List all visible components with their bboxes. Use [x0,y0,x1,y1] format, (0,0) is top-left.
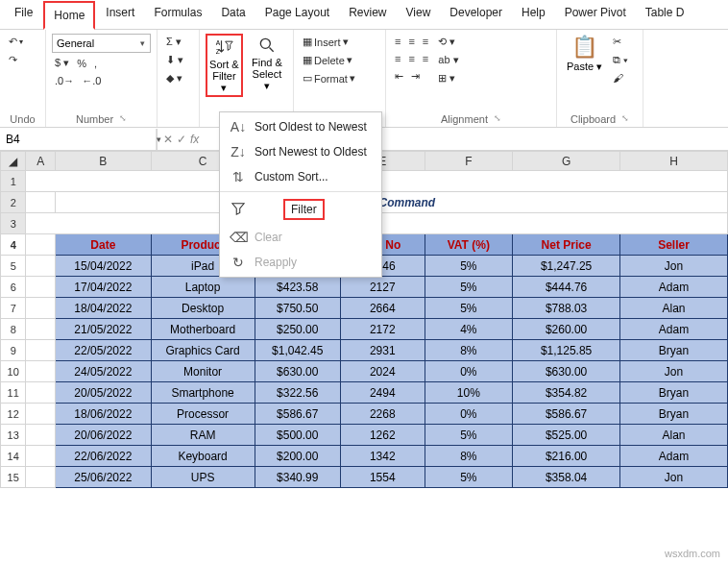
data-cell[interactable]: 2494 [341,382,425,404]
row-header[interactable]: 3 [1,213,26,234]
row-header[interactable]: 9 [1,340,26,361]
data-cell[interactable]: RAM [151,425,255,446]
data-cell[interactable]: 5% [425,467,513,488]
paste-button[interactable]: 📋 Paste ▾ [563,34,606,74]
data-cell[interactable]: 2127 [341,277,425,298]
data-cell[interactable]: $444.76 [513,277,620,298]
data-cell[interactable]: 2931 [341,340,425,361]
col-header[interactable]: A [26,152,56,171]
data-cell[interactable]: Bryan [620,382,728,404]
data-cell[interactable]: 5% [425,277,513,298]
data-cell[interactable]: Jon [620,467,728,488]
format-cells-button[interactable]: ▭ Format ▾ [300,70,358,86]
data-cell[interactable]: 2268 [341,404,425,425]
copy-button[interactable]: ⧉ ▾ [610,52,631,68]
data-cell[interactable]: Smartphone [151,382,255,404]
data-cell[interactable]: $322.56 [255,382,341,404]
data-cell[interactable]: Keyboard [151,446,255,467]
data-cell[interactable]: 18/06/2022 [55,404,151,425]
data-cell[interactable]: UPS [151,467,255,488]
row-header[interactable]: 15 [1,467,26,488]
row-header[interactable]: 14 [1,446,26,467]
sort-filter-button[interactable]: AZ Sort & Filter ▾ [206,34,243,97]
tab-home[interactable]: Home [43,1,95,30]
tab-power-pivot[interactable]: Power Pivot [556,0,635,29]
tab-insert[interactable]: Insert [97,0,143,29]
comma-button[interactable]: , [91,55,100,71]
tab-data[interactable]: Data [212,0,254,29]
data-cell[interactable]: $586.67 [513,404,620,425]
increase-decimal-button[interactable]: .0→ [52,73,77,88]
data-cell[interactable]: $500.00 [255,425,341,446]
dialog-launcher-icon[interactable]: ⤡ [494,113,501,125]
align-middle-button[interactable]: ≡ [405,34,417,49]
data-cell[interactable]: 1262 [341,425,425,446]
data-cell[interactable]: $340.99 [255,467,341,488]
undo-button[interactable]: ↶ ▾ [6,34,26,50]
data-cell[interactable]: Adam [620,277,728,298]
decrease-decimal-button[interactable]: ←.0 [79,73,104,88]
decrease-indent-button[interactable]: ⇤ [392,68,406,85]
data-cell[interactable]: Alan [620,298,728,319]
row-header[interactable]: 1 [1,171,26,192]
delete-cells-button[interactable]: ▦ Delete ▾ [300,52,358,68]
row-header[interactable]: 7 [1,298,26,319]
data-cell[interactable]: $630.00 [255,361,341,382]
data-cell[interactable]: 1342 [341,446,425,467]
cut-button[interactable]: ✂ [610,34,631,50]
title-cell[interactable]: Filter Command [55,192,727,213]
name-box[interactable]: ▾ [0,129,158,150]
row-header[interactable]: 13 [1,425,26,446]
tab-formulas[interactable]: Formulas [145,0,210,29]
data-cell[interactable]: $750.50 [255,298,341,319]
data-cell[interactable]: $260.00 [513,319,620,340]
data-cell[interactable]: Graphics Card [151,340,255,361]
data-cell[interactable]: Adam [620,446,728,467]
data-cell[interactable]: 2664 [341,298,425,319]
row-header[interactable]: 8 [1,319,26,340]
dialog-launcher-icon[interactable]: ⤡ [621,113,629,125]
data-cell[interactable]: Processor [151,404,255,425]
data-cell[interactable]: 25/06/2022 [55,467,151,488]
align-left-button[interactable]: ≡ [392,51,403,66]
clear-button[interactable]: ◆ ▾ [163,70,186,86]
autosum-button[interactable]: Σ ▾ [163,34,186,50]
data-cell[interactable]: 8% [425,340,513,361]
enter-icon[interactable]: ✓ [177,133,186,146]
data-cell[interactable]: Jon [620,256,728,277]
filter-item[interactable]: Filter [220,194,381,225]
data-cell[interactable]: $358.04 [513,467,620,488]
data-cell[interactable]: 20/05/2022 [55,382,151,404]
percent-button[interactable]: % [74,55,89,71]
tab-view[interactable]: View [398,0,440,29]
tab-developer[interactable]: Developer [441,0,511,29]
data-cell[interactable]: Alan [620,425,728,446]
data-cell[interactable]: Motherboard [151,319,255,340]
currency-button[interactable]: $ ▾ [52,55,72,71]
data-cell[interactable]: 18/04/2022 [55,298,151,319]
data-cell[interactable]: $1,125.85 [513,340,620,361]
data-cell[interactable]: 20/06/2022 [55,425,151,446]
number-format-input[interactable] [53,35,134,52]
data-cell[interactable]: $200.00 [255,446,341,467]
dialog-launcher-icon[interactable]: ⤡ [119,113,127,125]
data-cell[interactable]: 22/05/2022 [55,340,151,361]
data-cell[interactable]: Monitor [151,361,255,382]
data-cell[interactable]: 22/06/2022 [55,446,151,467]
data-cell[interactable]: Bryan [620,404,728,425]
data-cell[interactable]: 2024 [341,361,425,382]
row-header[interactable]: 10 [1,361,26,382]
data-cell[interactable]: Desktop [151,298,255,319]
row-header[interactable]: 6 [1,277,26,298]
data-cell[interactable]: $354.82 [513,382,620,404]
tab-review[interactable]: Review [340,0,395,29]
fx-icon[interactable]: fx [190,133,199,146]
align-top-button[interactable]: ≡ [392,34,403,49]
insert-cells-button[interactable]: ▦ Insert ▾ [300,34,358,50]
data-cell[interactable]: 0% [425,361,513,382]
row-header[interactable]: 4 [1,234,26,256]
data-cell[interactable]: $250.00 [255,319,341,340]
data-cell[interactable]: $630.00 [513,361,620,382]
header-cell[interactable]: Date [55,234,151,256]
name-box-input[interactable] [0,129,156,150]
